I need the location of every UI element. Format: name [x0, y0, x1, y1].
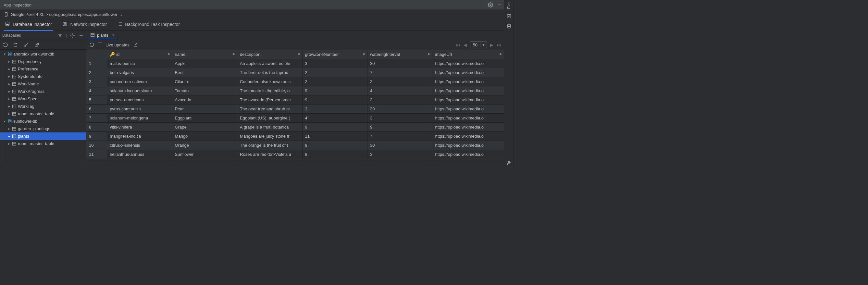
cell[interactable]: 2 — [302, 68, 367, 77]
cell[interactable]: Roses are red<br>Violets a — [237, 150, 302, 159]
table-row[interactable]: 3coriandrum-sativumCilantroCoriander, al… — [86, 77, 504, 86]
column-header[interactable]: name◆ — [172, 50, 237, 59]
tree-table-item[interactable]: ▸WorkSpec — [0, 95, 86, 102]
tree-table-item[interactable]: ▸Preference — [0, 65, 86, 73]
cell[interactable]: 30 — [367, 104, 432, 114]
minimize-button[interactable] — [497, 2, 502, 7]
settings-button[interactable] — [488, 2, 493, 7]
prev-page-icon[interactable]: ◀ — [464, 42, 467, 48]
export-icon[interactable] — [34, 42, 39, 48]
cell[interactable]: mangifera-indica — [107, 132, 172, 141]
cell[interactable]: Cilantro — [172, 77, 237, 86]
cell[interactable]: 3 — [302, 104, 367, 114]
tree-database-item[interactable]: ▾androidx.work.workdb — [0, 50, 86, 58]
cell[interactable]: The orange is the fruit of t — [237, 141, 302, 150]
cell[interactable]: https://upload.wikimedia.o — [432, 59, 504, 68]
cell[interactable]: pyrus-communis — [107, 104, 172, 114]
cell[interactable]: 30 — [367, 59, 432, 68]
cell[interactable]: 9 — [302, 95, 367, 104]
cell[interactable]: https://upload.wikimedia.o — [432, 141, 504, 150]
cell[interactable]: https://upload.wikimedia.o — [432, 95, 504, 104]
cell[interactable]: Avocado — [172, 95, 237, 104]
cell[interactable]: 3 — [367, 150, 432, 159]
cell[interactable]: Beet — [172, 68, 237, 77]
cell[interactable]: beta-vulgaris — [107, 68, 172, 77]
row-number-header[interactable] — [86, 50, 107, 59]
tree-table-item[interactable]: ▸room_master_table — [0, 110, 86, 118]
new-query-icon[interactable] — [13, 42, 19, 48]
table-row[interactable]: 1malus-pumilaAppleAn apple is a sweet, e… — [86, 59, 504, 68]
cell[interactable]: vitis-vinifera — [107, 123, 172, 132]
tree-database-item[interactable]: ▾sunflower-db — [0, 118, 86, 125]
cell[interactable]: solanum-lycopersicum — [107, 86, 172, 95]
cell[interactable]: 4 — [302, 114, 367, 123]
cell[interactable]: https://upload.wikimedia.o — [432, 104, 504, 114]
column-header[interactable]: imageUrl◆ — [432, 50, 504, 59]
inspector-tab[interactable]: Network Inspector — [61, 19, 108, 31]
refresh-icon[interactable] — [3, 42, 8, 48]
cell[interactable]: The pear tree and shrub ar — [237, 104, 302, 114]
table-row[interactable]: 11helianthus-annuusSunflowerRoses are re… — [86, 150, 504, 159]
cell[interactable]: https://upload.wikimedia.o — [432, 123, 504, 132]
keep-connection-icon[interactable] — [24, 42, 29, 48]
cell[interactable]: Tomato — [172, 86, 237, 95]
filter-icon[interactable] — [58, 33, 63, 38]
cell[interactable]: Mango — [172, 132, 237, 141]
cell[interactable]: solanum-melongena — [107, 114, 172, 123]
cell[interactable]: Pear — [172, 104, 237, 114]
cell[interactable]: An apple is a sweet, edible — [237, 59, 302, 68]
cell[interactable]: 9 — [302, 123, 367, 132]
first-page-icon[interactable]: ⏮ — [456, 42, 460, 48]
cell[interactable]: 9 — [302, 141, 367, 150]
column-header[interactable]: wateringInterval◆ — [367, 50, 432, 59]
cell[interactable]: Eggplant — [172, 114, 237, 123]
cell[interactable]: 7 — [367, 132, 432, 141]
cell[interactable]: Grape — [172, 123, 237, 132]
tree-table-item[interactable]: ▸Dependency — [0, 58, 86, 65]
tree-table-item[interactable]: ▸WorkTag — [0, 102, 86, 110]
refresh-table-icon[interactable] — [89, 42, 94, 48]
table-row[interactable]: 10citrus-x-sinensisOrangeThe orange is t… — [86, 141, 504, 150]
tree-table-item[interactable]: ▸WorkProgress — [0, 88, 86, 95]
cell[interactable]: 9 — [367, 123, 432, 132]
next-page-icon[interactable]: ▶ — [490, 42, 493, 48]
cell[interactable]: https://upload.wikimedia.o — [432, 132, 504, 141]
cell[interactable]: https://upload.wikimedia.o — [432, 86, 504, 95]
cell[interactable]: 3 — [367, 114, 432, 123]
cell[interactable]: 3 — [302, 59, 367, 68]
last-page-icon[interactable]: ⏭ — [497, 42, 501, 48]
tree-table-item[interactable]: ▸room_master_table — [0, 140, 86, 147]
tree-table-item[interactable]: ▸WorkName — [0, 80, 86, 88]
tree-table-item[interactable]: ▸SystemIdInfo — [0, 73, 86, 80]
trash-icon[interactable] — [506, 23, 512, 29]
cell[interactable]: The avocado (Persea amer — [237, 95, 302, 104]
wrench-icon[interactable] — [506, 160, 512, 165]
cell[interactable]: helianthus-annuus — [107, 150, 172, 159]
table-row[interactable]: 7solanum-melongenaEggplantEggplant (US),… — [86, 114, 504, 123]
close-tab-icon[interactable]: ✕ — [112, 33, 115, 38]
column-header[interactable]: 🔑id◆ — [107, 50, 172, 59]
table-row[interactable]: 6pyrus-communisPearThe pear tree and shr… — [86, 104, 504, 114]
cell[interactable]: https://upload.wikimedia.o — [432, 114, 504, 123]
tree-table-item[interactable]: ▸plants — [0, 132, 86, 140]
right-rail-label[interactable]: Eve — [507, 2, 511, 9]
table-row[interactable]: 2beta-vulgarisBeetThe beetroot is the ta… — [86, 68, 504, 77]
checklist-icon[interactable] — [506, 13, 512, 19]
tree-table-item[interactable]: ▸garden_plantings — [0, 125, 86, 132]
column-header[interactable]: description◆ — [237, 50, 302, 59]
cell[interactable]: Coriander, also known as c — [237, 77, 302, 86]
table-row[interactable]: 9mangifera-indicaMangoMangoes are juicy … — [86, 132, 504, 141]
cell[interactable]: A grape is a fruit, botanica — [237, 123, 302, 132]
cell[interactable]: Mangoes are juicy stone fr — [237, 132, 302, 141]
cell[interactable]: malus-pumila — [107, 59, 172, 68]
live-updates-checkbox[interactable] — [98, 42, 102, 47]
cell[interactable]: Sunflower — [172, 150, 237, 159]
databases-tree[interactable]: ▾androidx.work.workdb▸Dependency▸Prefere… — [0, 50, 86, 168]
cell[interactable]: persea-americana — [107, 95, 172, 104]
column-header[interactable]: growZoneNumber◆ — [302, 50, 367, 59]
cell[interactable]: 4 — [367, 86, 432, 95]
table-row[interactable]: 4solanum-lycopersicumTomatoThe tomato is… — [86, 86, 504, 95]
inspector-tab[interactable]: Background Task Inspector — [116, 19, 181, 31]
table-row[interactable]: 5persea-americanaAvocadoThe avocado (Per… — [86, 95, 504, 104]
cell[interactable]: https://upload.wikimedia.o — [432, 150, 504, 159]
